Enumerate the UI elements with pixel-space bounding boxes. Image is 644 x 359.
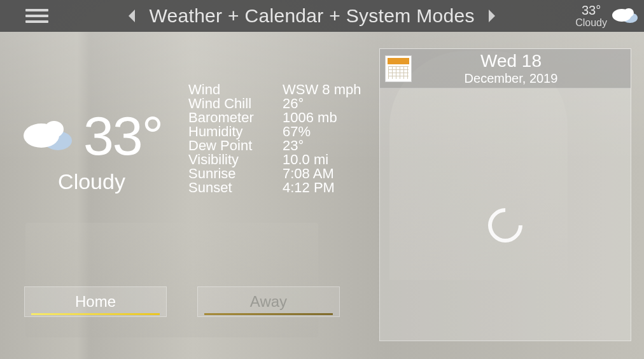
mode-away-button[interactable]: Away <box>197 286 340 317</box>
svg-marker-0 <box>129 10 135 22</box>
system-modes: Home Away <box>24 286 340 317</box>
detail-label: Dew Point <box>188 139 283 153</box>
calendar-month: December, 2019 <box>422 71 600 86</box>
detail-label: Barometer <box>188 111 283 125</box>
detail-value: 10.0 mi <box>283 153 328 167</box>
current-condition: Cloudy <box>9 169 174 194</box>
current-temp: 33° <box>83 108 162 163</box>
header-condition: Cloudy <box>575 17 607 29</box>
prev-page-icon[interactable] <box>127 8 137 24</box>
detail-value: WSW 8 mph <box>283 83 361 97</box>
detail-value: 67% <box>283 125 311 139</box>
calendar-loading <box>380 208 631 243</box>
detail-value: 4:12 PM <box>283 181 335 195</box>
header-bar: Weather + Calendar + System Modes 33° Cl… <box>0 0 644 32</box>
detail-value: 7:08 AM <box>283 167 334 181</box>
mode-away-label: Away <box>250 293 287 311</box>
detail-value: 23° <box>283 139 304 153</box>
cloudy-icon <box>611 5 639 27</box>
detail-label: Wind <box>188 83 283 97</box>
cloudy-icon <box>21 115 76 156</box>
page-title: Weather + Calendar + System Modes <box>149 5 474 27</box>
mode-home-indicator <box>31 313 160 315</box>
detail-value: 26° <box>283 97 304 111</box>
calendar-panel: Wed 18 December, 2019 <box>379 48 631 341</box>
detail-label: Sunrise <box>188 167 283 181</box>
calendar-header: Wed 18 December, 2019 <box>380 49 631 88</box>
svg-point-7 <box>45 121 64 137</box>
detail-label: Sunset <box>188 181 283 195</box>
svg-marker-1 <box>489 10 495 22</box>
detail-value: 1006 mb <box>283 111 337 125</box>
mode-home-button[interactable]: Home <box>24 286 167 317</box>
spinner-icon <box>481 201 529 250</box>
calendar-day: Wed 18 <box>422 51 600 71</box>
detail-label: Visibility <box>188 153 283 167</box>
mode-home-label: Home <box>75 293 116 311</box>
svg-point-4 <box>624 8 634 17</box>
menu-icon[interactable] <box>25 6 48 26</box>
header-temp: 33° <box>575 3 607 17</box>
detail-label: Humidity <box>188 125 283 139</box>
mode-away-indicator <box>204 313 333 315</box>
weather-details: WindWSW 8 mph Wind Chill26° Barometer100… <box>188 83 361 195</box>
next-page-icon[interactable] <box>486 8 496 24</box>
detail-label: Wind Chill <box>188 97 283 111</box>
weather-current: 33° Cloudy <box>9 108 174 194</box>
header-weather[interactable]: 33° Cloudy <box>575 3 639 29</box>
calendar-icon[interactable] <box>385 55 412 82</box>
title-wrap: Weather + Calendar + System Modes <box>48 5 575 27</box>
